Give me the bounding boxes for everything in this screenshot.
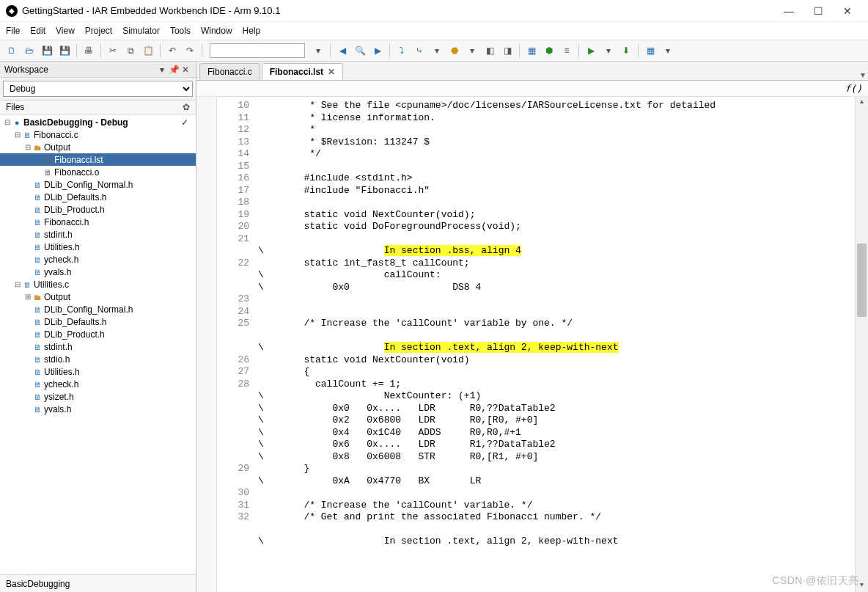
chevron-down-icon[interactable]: ▾ — [465, 43, 479, 58]
scroll-down-icon[interactable]: ▾ — [856, 580, 868, 592]
redo-icon[interactable]: ↷ — [183, 43, 197, 58]
code-editor[interactable]: 10 * See the file <cpuname>/doc/licenses… — [217, 97, 855, 592]
tree-row[interactable]: 🗎Utilities.h — [0, 241, 196, 253]
code-line: 31 /* Increase the 'callCount' variable.… — [223, 500, 855, 512]
print-icon[interactable]: 🖶 — [81, 43, 96, 58]
tree-row[interactable]: 🗎Fibonacci.o — [0, 166, 196, 178]
find-icon[interactable]: 🔍 — [353, 43, 367, 58]
tree-label: ycheck.h — [44, 379, 78, 390]
cube-icon[interactable]: ⬢ — [542, 43, 556, 58]
close-button[interactable]: ✕ — [833, 5, 862, 17]
list-icon[interactable]: ≡ — [559, 43, 574, 58]
vertical-scrollbar[interactable]: ▴ ▾ — [855, 97, 868, 592]
menu-file[interactable]: File — [6, 26, 20, 36]
panel-icon[interactable]: ◨ — [500, 43, 515, 58]
tree-row[interactable]: 🗎stdio.h — [0, 353, 196, 365]
file-icon: 🗎 — [32, 180, 43, 189]
run-icon[interactable]: ▶ — [584, 43, 598, 58]
tree-row[interactable]: 🗎DLib_Product.h — [0, 203, 196, 216]
tree-row[interactable]: 🗎ysizet.h — [0, 390, 196, 403]
breakpoint-icon[interactable]: ⬣ — [447, 43, 462, 58]
tree-row[interactable]: 🗎Fibonacci.h — [0, 216, 196, 228]
step-over-icon[interactable]: ⤷ — [412, 43, 427, 58]
tree-row[interactable]: 🗎ycheck.h — [0, 253, 196, 266]
config-combo[interactable]: Debug — [3, 81, 193, 97]
config-select[interactable]: Debug — [3, 81, 193, 97]
tree-row[interactable]: ⊟🗎Utilities.c — [0, 278, 196, 290]
gear-icon[interactable]: ✿ — [183, 102, 190, 112]
tree-row[interactable]: 🗎stdint.h — [0, 228, 196, 241]
download-icon[interactable]: ⬇ — [619, 43, 633, 58]
search-combo[interactable] — [210, 43, 305, 58]
chevron-down-icon[interactable]: ▾ — [661, 43, 675, 58]
code-line: 10 * See the file <cpuname>/doc/licenses… — [223, 100, 855, 112]
dropdown-icon[interactable]: ▾ — [156, 65, 168, 75]
toolbar-separator — [389, 44, 390, 57]
tabbar-dropdown-icon[interactable]: ▾ — [861, 70, 865, 80]
expand-icon[interactable]: ⊞ — [23, 293, 32, 301]
menu-window[interactable]: Window — [201, 26, 232, 36]
expand-icon[interactable]: ⊟ — [23, 143, 32, 151]
tree-row[interactable]: ⊟🖿Output — [0, 141, 196, 153]
chevron-down-icon[interactable]: ▾ — [430, 43, 444, 58]
menu-project[interactable]: Project — [85, 26, 112, 36]
code-line: 16 #include <stdint.h> — [223, 172, 855, 185]
tree-row[interactable]: 🗎yvals.h — [0, 266, 196, 278]
menu-help[interactable]: Help — [243, 26, 261, 36]
workspace-footer-tab[interactable]: BasicDebugging — [0, 574, 196, 592]
expand-icon[interactable]: ⊟ — [3, 118, 12, 126]
chevron-down-icon[interactable]: ▾ — [601, 43, 616, 58]
tree-row[interactable]: 🗎Utilities.h — [0, 365, 196, 378]
copy-icon[interactable]: ⧉ — [123, 43, 138, 58]
open-file-icon[interactable]: 🗁 — [22, 43, 37, 58]
paste-icon[interactable]: 📋 — [141, 43, 155, 58]
tree-row[interactable]: ⊞🖿Output — [0, 290, 196, 303]
menu-tools[interactable]: Tools — [170, 26, 191, 36]
tree-row[interactable]: ⊟🗎Fibonacci.c — [0, 128, 196, 141]
tree-row[interactable]: 🗎stdint.h — [0, 340, 196, 353]
editor-tab[interactable]: Fibonacci.lst✕ — [262, 63, 343, 80]
grid-icon[interactable]: ▦ — [643, 43, 658, 58]
minimize-button[interactable]: — — [774, 5, 803, 17]
function-list-icon[interactable]: f() — [845, 83, 868, 94]
tree-label: Fibonacci.lst — [54, 155, 103, 165]
breakpoint-gutter[interactable] — [196, 97, 217, 592]
close-icon[interactable]: ✕ — [180, 65, 191, 75]
file-tree[interactable]: ⊟●BasicDebugging - Debug✓⊟🗎Fibonacci.c⊟🖿… — [0, 114, 196, 574]
tree-row[interactable]: 🗎DLib_Defaults.h — [0, 315, 196, 328]
tree-row[interactable]: 🗎Fibonacci.lst — [0, 153, 196, 166]
editor-tab[interactable]: Fibonacci.c — [199, 63, 260, 80]
save-icon[interactable]: 💾 — [40, 43, 54, 58]
tree-row[interactable]: 🗎DLib_Defaults.h — [0, 191, 196, 203]
menu-simulator[interactable]: Simulator — [122, 26, 160, 36]
expand-icon[interactable]: ⊟ — [13, 280, 22, 288]
undo-icon[interactable]: ↶ — [165, 43, 180, 58]
scroll-up-icon[interactable]: ▴ — [856, 97, 868, 109]
menu-view[interactable]: View — [56, 26, 75, 36]
tree-row[interactable]: 🗎yvals.h — [0, 403, 196, 415]
build-icon[interactable]: ▦ — [524, 43, 539, 58]
menu-edit[interactable]: Edit — [30, 26, 45, 36]
tree-row[interactable]: 🗎DLib_Config_Normal.h — [0, 178, 196, 191]
chevron-down-icon[interactable]: ▾ — [311, 43, 326, 58]
file-icon: 🖿 — [32, 143, 43, 152]
cut-icon[interactable]: ✂ — [106, 43, 120, 58]
scrollbar-thumb[interactable] — [857, 244, 867, 317]
new-file-icon[interactable]: 🗋 — [4, 43, 19, 58]
file-icon: 🖿 — [32, 293, 43, 302]
tree-row[interactable]: 🗎ycheck.h — [0, 378, 196, 390]
panel-icon[interactable]: ◧ — [482, 43, 497, 58]
nav-back-icon[interactable]: ◀ — [335, 43, 350, 58]
maximize-button[interactable]: ☐ — [803, 5, 833, 17]
code-line: 24 — [223, 306, 855, 318]
nav-forward-icon[interactable]: ▶ — [370, 43, 385, 58]
tree-row[interactable]: 🗎DLib_Config_Normal.h — [0, 303, 196, 315]
file-icon: 🗎 — [32, 193, 43, 202]
step-into-icon[interactable]: ⤵ — [394, 43, 409, 58]
close-icon[interactable]: ✕ — [328, 67, 335, 77]
save-all-icon[interactable]: 💾 — [57, 43, 72, 58]
tree-row[interactable]: 🗎DLib_Product.h — [0, 328, 196, 340]
pin-icon[interactable]: 📌 — [168, 65, 180, 75]
tree-row[interactable]: ⊟●BasicDebugging - Debug✓ — [0, 116, 196, 128]
expand-icon[interactable]: ⊟ — [13, 131, 22, 139]
